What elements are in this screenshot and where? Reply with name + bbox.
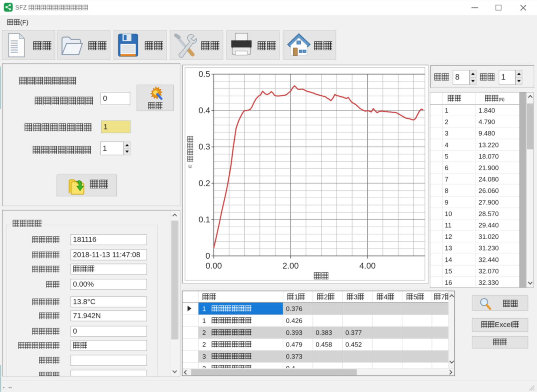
svg-text:2.00: 2.00	[282, 261, 299, 270]
svg-text:0.3: 0.3	[198, 142, 210, 151]
svg-text:0.5: 0.5	[198, 69, 210, 79]
svg-text:0: 0	[206, 251, 210, 260]
svg-text:0.2: 0.2	[198, 178, 210, 188]
svg-text:0.1: 0.1	[198, 215, 210, 224]
svg-text:4.00: 4.00	[359, 261, 376, 270]
svg-text:0.4: 0.4	[198, 106, 210, 115]
svg-text:0.00: 0.00	[206, 261, 222, 270]
